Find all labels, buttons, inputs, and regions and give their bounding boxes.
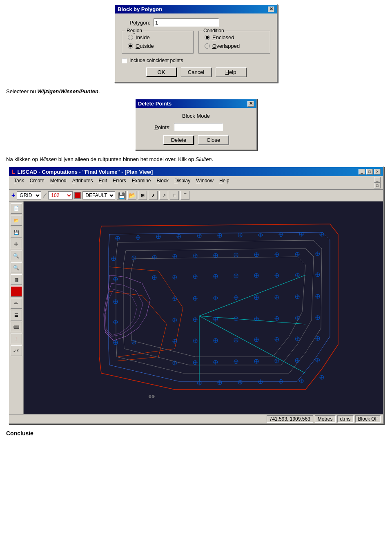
pencil-icon[interactable]: ✏ [11, 298, 22, 309]
coincident-checkbox[interactable] [122, 58, 127, 63]
zoom-out-icon[interactable]: 🔍 [11, 262, 22, 273]
delete-buttons: Delete Close [142, 135, 250, 145]
color-block-icon[interactable] [11, 286, 22, 297]
toolbar-divider: / [42, 191, 47, 199]
menu-window[interactable]: Window [194, 177, 216, 188]
tool1-icon[interactable]: ⊞ [138, 191, 147, 200]
tool3-icon[interactable]: ↗ [159, 191, 168, 200]
menu-edit[interactable]: Edit [96, 177, 109, 188]
menu-errors[interactable]: Errors [110, 177, 129, 188]
conclusion-text: Conclusie [6, 430, 33, 437]
open-file-icon[interactable]: 📂 [11, 215, 22, 226]
block-by-polygon-section: Block by Polygon ✕ Polygon: Region Insid… [6, 4, 386, 83]
liscad-window: L LISCAD - Computations - "Final Volume"… [8, 166, 384, 424]
close-icon[interactable]: ✕ [268, 7, 274, 12]
window-tool-icon[interactable]: ▦ [11, 274, 22, 285]
delete-points-dialog: Delete Points ✕ Block Mode Points: Delet… [135, 99, 257, 150]
menu-task[interactable]: Task [11, 177, 27, 188]
menu-examine[interactable]: Examine [129, 177, 154, 188]
maximize-icon[interactable]: □ [366, 169, 373, 175]
dialog-body: Polygon: Region Inside Outside [115, 13, 277, 82]
close-window-icon[interactable]: ✕ [374, 169, 381, 175]
condition-group: Condition Enclosed Overlapped [198, 31, 270, 54]
delete-close-icon[interactable]: ✕ [247, 101, 254, 107]
save-icon[interactable]: 💾 [117, 191, 126, 200]
move-icon[interactable]: ✛ [11, 239, 22, 249]
inner-restore-icon[interactable]: □ [374, 183, 381, 188]
menu-method[interactable]: Method [48, 177, 69, 188]
ok-button[interactable]: OK [146, 67, 177, 77]
inner-minimize-icon[interactable]: _ [374, 177, 381, 183]
keyboard-icon[interactable]: ⌨ [11, 322, 22, 332]
para2-middle: blijven alleen de ruitpunten binnen het … [57, 156, 196, 162]
inside-radio-row[interactable]: Inside [128, 34, 187, 40]
color-red-indicator [74, 192, 81, 199]
number-select[interactable]: 102 [48, 191, 73, 199]
inside-label: Inside [136, 34, 150, 40]
menu-block[interactable]: Block [154, 177, 171, 188]
left-toolbar: 📄 📂 💾 ✛ 🔍 🔍 ▦ ✏ ☰ ⌨ ! ✓✗ [9, 202, 24, 414]
default-select[interactable]: DEFAULT [82, 191, 115, 199]
delete-title: Delete Points [138, 101, 172, 107]
inside-radio[interactable] [128, 35, 133, 40]
polygon-row: Polygon: [122, 18, 270, 27]
titlebar-left: L LISCAD - Computations - "Final Volume"… [11, 168, 153, 175]
liscad-statusbar: 741.593, 1909.563 Metres d.ms Block Off [9, 414, 383, 423]
dialog-titlebar: Block by Polygon ✕ [115, 5, 277, 13]
liscad-content: 📄 📂 💾 ✛ 🔍 🔍 ▦ ✏ ☰ ⌨ ! ✓✗ [9, 202, 383, 414]
open-icon[interactable]: 📂 [127, 191, 136, 200]
delete-points-section: Delete Points ✕ Block Mode Points: Delet… [6, 99, 386, 150]
polygon-label-text: Polygon: [129, 20, 150, 26]
condition-group-title: Condition [202, 28, 225, 34]
liscad-titlebar: L LISCAD - Computations - "Final Volume"… [9, 167, 383, 176]
delete-dialog-body: Block Mode Points: Delete Close [136, 108, 256, 150]
menu-right-controls: _ □ [374, 177, 381, 188]
help-button[interactable]: Help [216, 67, 246, 77]
conclusion-heading: Conclusie [6, 430, 386, 437]
enclosed-radio-row[interactable]: Enclosed [205, 34, 264, 40]
tool5-icon[interactable]: ⌒ [180, 191, 189, 200]
para2-before: Na klikken op [6, 156, 40, 162]
coincident-label: Include coincident points [129, 58, 183, 63]
warning-icon[interactable]: ! [11, 334, 22, 344]
list-icon[interactable]: ☰ [11, 310, 22, 320]
plan-view-svg: ⊕⊕ [24, 202, 383, 414]
groups-row: Region Inside Outside Condition Enclosed [122, 31, 270, 54]
units-status: Metres [315, 415, 336, 423]
zoom-in-icon[interactable]: 🔍 [11, 251, 22, 261]
para1-before: Selecteer nu [6, 88, 38, 94]
layer-select[interactable]: GRID [17, 191, 41, 199]
liscad-toolbar: + GRID / 102 DEFAULT 💾 📂 ⊞ ✗ ↗ ⌗ ⌒ [9, 190, 383, 202]
overlapped-label: Overlapped [212, 43, 240, 49]
polygon-input[interactable] [154, 18, 219, 27]
minimize-icon[interactable]: _ [359, 169, 365, 175]
save-file-icon[interactable]: 💾 [11, 227, 22, 237]
toolbar-plus-icon[interactable]: + [11, 192, 15, 199]
outside-radio[interactable] [128, 43, 133, 49]
menu-create[interactable]: Create [27, 177, 47, 188]
plan-view: ⊕⊕ [24, 202, 383, 414]
delete-close-button[interactable]: Close [198, 135, 229, 145]
tool4-icon[interactable]: ⌗ [170, 191, 179, 200]
menu-display[interactable]: Display [172, 177, 193, 188]
dialog-title: Block by Polygon [118, 6, 162, 12]
new-doc-icon[interactable]: 📄 [11, 203, 22, 214]
cancel-button[interactable]: Cancel [181, 67, 212, 77]
calc-icon[interactable]: ✓✗ [11, 345, 22, 356]
delete-button[interactable]: Delete [163, 135, 194, 145]
menu-attributes[interactable]: Attributes [70, 177, 96, 188]
coincident-checkbox-row[interactable]: Include coincident points [122, 58, 270, 63]
enclosed-radio[interactable] [205, 35, 210, 40]
outside-radio-row[interactable]: Outside [128, 43, 187, 49]
liscad-logo-icon: L [11, 168, 15, 175]
liscad-title: LISCAD - Computations - "Final Volume" -… [18, 169, 153, 175]
para2-after: . [212, 156, 214, 162]
menu-help[interactable]: Help [217, 177, 232, 188]
overlapped-radio[interactable] [205, 43, 210, 49]
overlapped-radio-row[interactable]: Overlapped [205, 43, 264, 49]
delete-titlebar: Delete Points ✕ [136, 99, 256, 108]
points-input[interactable] [174, 123, 223, 131]
para2: Na klikken op Wissen blijven alleen de r… [6, 156, 386, 162]
para1: Selecteer nu Wijzigen/Wissen/Punten. [6, 88, 386, 94]
tool2-icon[interactable]: ✗ [149, 191, 158, 200]
